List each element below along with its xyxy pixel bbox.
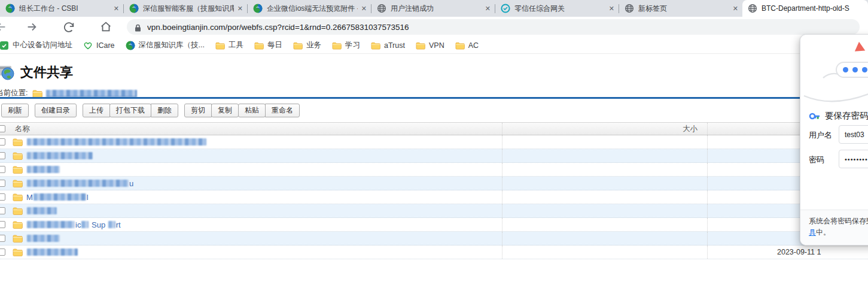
tab-close-icon[interactable]: ✕: [237, 5, 243, 13]
folder-icon: [13, 151, 23, 160]
table-row[interactable]: Ml: [0, 190, 868, 204]
toolbar-button[interactable]: 刷新: [1, 104, 29, 117]
toolbar-button[interactable]: 粘贴: [238, 104, 266, 117]
browser-tab[interactable]: 用户注销成功✕: [371, 0, 495, 17]
column-header-name[interactable]: 名称: [8, 123, 502, 135]
table-row[interactable]: [0, 149, 868, 163]
toolbar-button-group: 上传打包下载删除: [83, 104, 178, 117]
file-name-cell[interactable]: u: [8, 177, 502, 190]
row-checkbox[interactable]: [0, 180, 5, 187]
toolbar-button[interactable]: 剪切: [184, 104, 212, 117]
row-checkbox[interactable]: [0, 193, 5, 201]
tab-close-icon[interactable]: ✕: [733, 5, 738, 13]
tab-title: 组长工作台 - CSBI: [19, 4, 110, 14]
browser-tab[interactable]: 企业微信ios端无法预览附件 - 深✕: [248, 0, 371, 17]
row-checkbox[interactable]: [0, 207, 5, 214]
file-name-cell[interactable]: [8, 163, 502, 176]
table-row[interactable]: [0, 204, 868, 218]
file-name-cell[interactable]: [8, 149, 502, 162]
column-header-size[interactable]: 大小: [502, 123, 708, 135]
folder-icon: [455, 41, 465, 50]
bookmark-item[interactable]: VPN: [416, 41, 444, 50]
bookmark-item[interactable]: 工具: [215, 40, 243, 50]
folder-icon: [416, 41, 425, 50]
toolbar-button[interactable]: 上传: [83, 104, 110, 117]
back-icon[interactable]: [0, 20, 8, 34]
bookmark-label: 工具: [229, 40, 243, 50]
table-row[interactable]: 2023-09-11 1: [0, 246, 868, 259]
url-field[interactable]: vpn.boeingtianjin.com/por/webfs.csp?rcid…: [127, 19, 860, 35]
browser-tab[interactable]: 新标签页✕: [619, 0, 742, 17]
address-bar: vpn.boeingtianjin.com/por/webfs.csp?rcid…: [0, 17, 868, 37]
row-checkbox[interactable]: [0, 152, 5, 159]
bookmark-label: aTrust: [384, 41, 405, 50]
bookmark-item[interactable]: ICare: [83, 41, 115, 50]
browser-tab[interactable]: 深信服智能客服（技服知识库）✕: [124, 0, 247, 17]
file-table: 名称 大小 uMlic Sup rt2023-09-11 1: [0, 122, 868, 259]
password-field[interactable]: ••••••••: [839, 150, 868, 168]
bookmark-label: ICare: [96, 41, 115, 50]
table-row[interactable]: ic Sup rt: [0, 218, 868, 232]
table-row[interactable]: [0, 135, 868, 149]
redacted-name-segment: [27, 180, 129, 187]
toolbar-button[interactable]: 创建目录: [35, 104, 77, 117]
file-size-cell: [502, 177, 708, 190]
row-checkbox[interactable]: [0, 249, 5, 256]
row-checkbox[interactable]: [0, 235, 5, 242]
password-illustration: [800, 35, 868, 110]
tab-close-icon[interactable]: ✕: [609, 5, 614, 13]
file-size-cell: [502, 246, 708, 259]
bookmark-item[interactable]: 业务: [293, 40, 321, 50]
bookmark-item[interactable]: AC: [455, 41, 479, 50]
file-size-cell: [502, 190, 708, 204]
toolbar-button[interactable]: 删除: [151, 104, 178, 117]
file-name-cell[interactable]: Ml: [8, 190, 502, 204]
file-name-fragment: l: [87, 193, 89, 202]
home-icon[interactable]: [99, 20, 112, 34]
tab-title: 新标签页: [638, 4, 729, 14]
tab-title: 企业微信ios端无法预览附件 - 深: [267, 4, 358, 14]
file-name-cell[interactable]: [8, 246, 502, 259]
bookmark-item[interactable]: aTrust: [371, 41, 405, 50]
bookmark-item[interactable]: 学习: [332, 40, 360, 50]
select-all-checkbox[interactable]: [0, 125, 5, 132]
tab-close-icon[interactable]: ✕: [361, 5, 367, 13]
bookmark-item[interactable]: 深信服知识库（技...: [126, 40, 205, 50]
browser-tab[interactable]: 零信任综合网关✕: [495, 0, 619, 17]
toolbar-button[interactable]: 重命名: [265, 104, 300, 117]
password-bubble-icon: [836, 62, 868, 78]
username-field[interactable]: test03: [839, 125, 868, 144]
bookmark-item[interactable]: 每日: [254, 40, 282, 50]
bookmark-item[interactable]: 中心设备访问地址: [0, 40, 72, 50]
file-name-cell[interactable]: [8, 135, 502, 149]
tab-close-icon[interactable]: ✕: [485, 5, 491, 13]
breadcrumb-path-redacted[interactable]: [46, 90, 137, 97]
file-name-cell[interactable]: [8, 232, 502, 245]
folder-icon: [13, 207, 23, 215]
file-share-icon: [0, 63, 16, 81]
toolbar-button[interactable]: 复制: [211, 104, 239, 117]
reload-icon[interactable]: [62, 20, 75, 34]
table-row[interactable]: [0, 163, 868, 177]
row-checkbox[interactable]: [0, 138, 5, 146]
file-size-cell: [502, 204, 708, 217]
globe-icon: [748, 4, 757, 13]
username-value: test03: [845, 131, 864, 139]
file-name-cell[interactable]: ic Sup rt: [8, 218, 502, 231]
browser-tab[interactable]: 组长工作台 - CSBI✕: [0, 0, 123, 17]
folder-icon: [13, 220, 23, 229]
footer-text: 系统会将密码保存到: [809, 217, 868, 225]
bookmark-label: VPN: [429, 41, 444, 50]
table-row[interactable]: [0, 232, 868, 246]
browser-tab[interactable]: BTC-Department-http-old-S: [742, 0, 868, 17]
forward-icon[interactable]: [25, 20, 38, 34]
table-row[interactable]: u: [0, 177, 868, 190]
file-name-cell[interactable]: [8, 204, 502, 217]
footer-link[interactable]: 具: [809, 228, 816, 237]
toolbar-button[interactable]: 打包下载: [109, 104, 151, 117]
row-checkbox[interactable]: [0, 166, 5, 173]
file-name-fragment: u: [129, 179, 133, 188]
row-checkbox[interactable]: [0, 221, 5, 228]
folder-icon: [32, 89, 42, 98]
tab-close-icon[interactable]: ✕: [114, 5, 119, 13]
